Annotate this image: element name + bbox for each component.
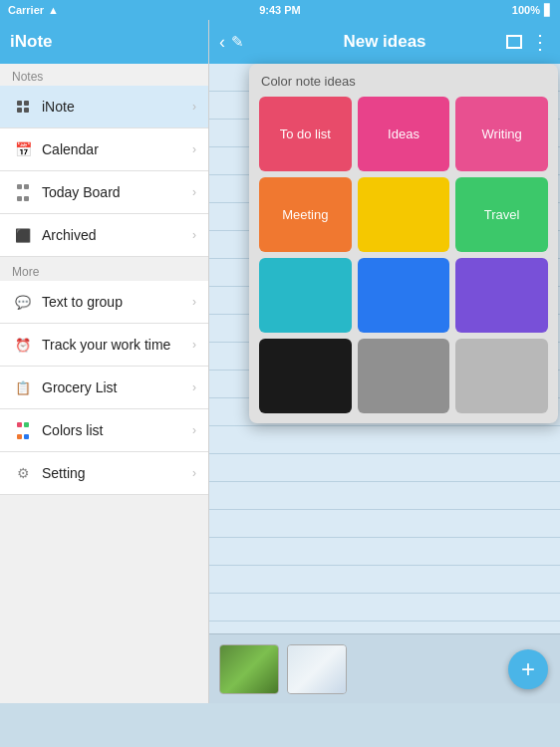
battery-icon: ▋	[544, 4, 552, 17]
chevron-icon: ›	[192, 295, 196, 309]
chevron-icon: ›	[192, 338, 196, 352]
status-bar: Carrier ▲ 9:43 PM 100% ▋	[0, 0, 560, 20]
status-time: 9:43 PM	[259, 4, 301, 16]
color-cell-blue[interactable]	[358, 258, 450, 333]
chevron-icon: ›	[192, 142, 196, 156]
chevron-icon: ›	[192, 380, 196, 394]
chevron-icon: ›	[192, 466, 196, 480]
square-select-icon[interactable]	[506, 35, 522, 49]
clock-icon: ⏰	[12, 334, 34, 356]
color-cell-meeting[interactable]: Meeting	[259, 177, 352, 252]
sidebar-app-title: iNote	[10, 32, 53, 52]
archive-icon: ⬛	[12, 224, 34, 246]
thumbnail-green[interactable]	[219, 644, 279, 694]
back-icon[interactable]: ‹	[219, 32, 225, 53]
bottom-bar: +	[209, 633, 560, 703]
status-right: 100% ▋	[512, 4, 552, 17]
sidebar: iNote Notes iNote › 📅 Calendar ›	[0, 20, 209, 703]
color-cell-writing[interactable]: Writing	[455, 97, 548, 171]
sidebar-item-inote[interactable]: iNote ›	[0, 86, 208, 128]
lined-paper: Color note ideas To do listIdeasWritingM…	[209, 64, 560, 633]
thumbnail-water[interactable]	[287, 644, 347, 694]
thumbnail-green-image	[220, 645, 278, 693]
content-title: New ideas	[343, 32, 425, 52]
content-area: ‹ ✎ New ideas ⋮ Color note ideas To do l…	[209, 20, 560, 703]
fab-add-button[interactable]: +	[508, 649, 548, 689]
chevron-icon: ›	[192, 185, 196, 199]
color-cell-todo[interactable]: To do list	[259, 97, 352, 171]
sidebar-item-calendar[interactable]: 📅 Calendar ›	[0, 128, 208, 171]
color-cell-purple[interactable]	[455, 258, 548, 333]
content-header-left: ‹ ✎	[219, 32, 244, 53]
wifi-icon: ▲	[48, 4, 59, 16]
sidebar-item-track-work-time[interactable]: ⏰ Track your work time ›	[0, 324, 208, 367]
main-layout: iNote Notes iNote › 📅 Calendar ›	[0, 20, 560, 703]
chevron-icon: ›	[192, 100, 196, 114]
color-grid: To do listIdeasWritingMeetingTravel	[259, 97, 548, 413]
grid-icon	[12, 96, 34, 118]
sidebar-grocery-label: Grocery List	[42, 379, 192, 395]
sidebar-item-setting[interactable]: ⚙ Setting ›	[0, 452, 208, 495]
color-note-title: Color note ideas	[259, 74, 548, 89]
color-cell-yellow[interactable]	[358, 177, 450, 252]
sidebar-calendar-label: Calendar	[42, 141, 192, 157]
status-left: Carrier ▲	[8, 4, 59, 16]
more-menu-icon[interactable]: ⋮	[530, 30, 550, 54]
color-note-popup: Color note ideas To do listIdeasWritingM…	[249, 64, 558, 423]
calendar-icon: 📅	[12, 138, 34, 160]
sidebar-item-colors-list[interactable]: Colors list ›	[0, 409, 208, 452]
today-board-icon	[12, 181, 34, 203]
chevron-icon: ›	[192, 228, 196, 242]
gear-icon: ⚙	[12, 462, 34, 484]
sidebar-today-board-label: Today Board	[42, 184, 192, 200]
battery-label: 100%	[512, 4, 540, 16]
sidebar-text-group-label: Text to group	[42, 294, 192, 310]
sidebar-track-label: Track your work time	[42, 337, 192, 353]
notes-section-label: Notes	[0, 64, 208, 86]
color-cell-black[interactable]	[259, 339, 352, 413]
color-note-overlay: Color note ideas To do listIdeasWritingM…	[249, 64, 560, 423]
color-cell-travel[interactable]: Travel	[455, 177, 548, 252]
sidebar-item-text-to-group[interactable]: 💬 Text to group ›	[0, 281, 208, 324]
color-cell-lightgray[interactable]	[455, 339, 548, 413]
more-section-label: More	[0, 257, 208, 281]
grocery-icon: 📋	[12, 376, 34, 398]
thumbnail-water-image	[288, 645, 346, 693]
sidebar-item-today-board[interactable]: Today Board ›	[0, 171, 208, 214]
carrier-label: Carrier	[8, 4, 44, 16]
sidebar-archived-label: Archived	[42, 227, 192, 243]
sidebar-header: iNote	[0, 20, 208, 64]
chevron-icon: ›	[192, 423, 196, 437]
sidebar-inote-label: iNote	[42, 99, 192, 115]
colors-icon	[12, 419, 34, 441]
color-cell-ideas[interactable]: Ideas	[358, 97, 450, 171]
sidebar-item-grocery-list[interactable]: 📋 Grocery List ›	[0, 367, 208, 409]
sidebar-setting-label: Setting	[42, 465, 192, 481]
content-header-right: ⋮	[506, 30, 550, 54]
sidebar-colors-label: Colors list	[42, 422, 192, 438]
edit-icon[interactable]: ✎	[231, 33, 244, 51]
color-cell-teal[interactable]	[259, 258, 352, 333]
content-header: ‹ ✎ New ideas ⋮	[209, 20, 560, 64]
color-cell-gray[interactable]	[358, 339, 450, 413]
bubble-icon: 💬	[12, 291, 34, 313]
sidebar-item-archived[interactable]: ⬛ Archived ›	[0, 214, 208, 257]
